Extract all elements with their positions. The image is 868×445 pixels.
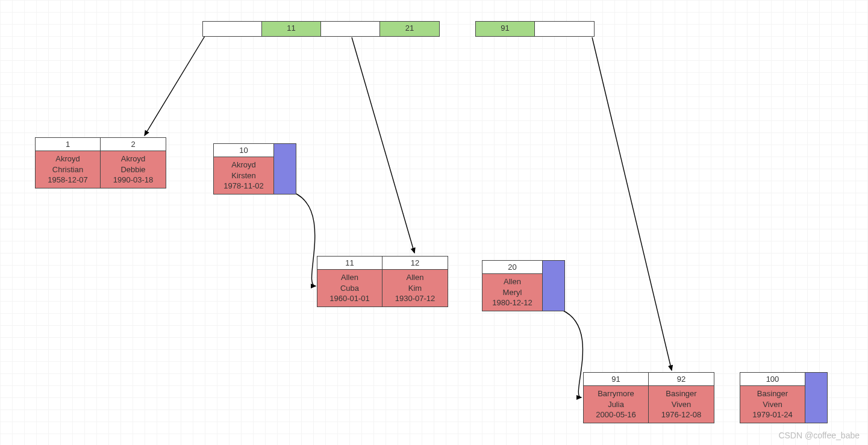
leaf-cell-id: 100 — [740, 373, 805, 386]
leaf-cell-id: 91 — [584, 373, 648, 386]
leaf-cell-body: Barrymore Julia 2000-05-16 — [584, 386, 648, 423]
index-cell-key: 91 — [476, 22, 534, 36]
leaf-node-4: 20 Allen Meryl 1980-12-12 — [482, 260, 565, 311]
leaf-cell-id: 92 — [649, 373, 714, 386]
leaf-cell-id: 1 — [36, 138, 100, 151]
leaf-next-pointer — [274, 144, 296, 194]
leaf-cell-body: Akroyd Christian 1958-12-07 — [36, 151, 100, 188]
grid-background — [0, 0, 868, 445]
leaf-node-2: 10 Akroyd Kirsten 1978-11-02 — [213, 143, 296, 194]
leaf-cell-body: Basinger Viven 1976-12-08 — [649, 386, 714, 423]
index-cell-ptr — [321, 22, 379, 36]
leaf-cell-body: Allen Meryl 1980-12-12 — [482, 274, 542, 311]
leaf-node-6: 100 Basinger Viven 1979-01-24 — [740, 372, 828, 423]
leaf-node-1: 1 Akroyd Christian 1958-12-07 2 Akroyd D… — [35, 137, 166, 188]
leaf-cell-id: 12 — [382, 257, 448, 270]
leaf-cell-id: 10 — [214, 144, 273, 157]
leaf-cell-id: 20 — [482, 261, 542, 274]
leaf-node-3: 11 Allen Cuba 1960-01-01 12 Allen Kim 19… — [317, 256, 448, 307]
index-node-1: 11 21 — [202, 21, 440, 37]
leaf-cell-id: 2 — [101, 138, 166, 151]
leaf-cell-body: Allen Kim 1930-07-12 — [382, 270, 448, 307]
watermark: CSDN @coffee_babe — [778, 431, 860, 440]
index-node-2: 91 — [475, 21, 595, 37]
leaf-next-pointer — [543, 261, 564, 311]
index-cell-key: 11 — [262, 22, 320, 36]
leaf-cell-body: Akroyd Kirsten 1978-11-02 — [214, 157, 273, 194]
leaf-cell-id: 11 — [317, 257, 382, 270]
leaf-next-pointer — [805, 373, 827, 423]
leaf-node-5: 91 Barrymore Julia 2000-05-16 92 Basinge… — [583, 372, 714, 423]
leaf-cell-body: Allen Cuba 1960-01-01 — [317, 270, 382, 307]
leaf-cell-body: Akroyd Debbie 1990-03-18 — [101, 151, 166, 188]
leaf-cell-body: Basinger Viven 1979-01-24 — [740, 386, 805, 423]
index-cell-ptr — [535, 22, 594, 36]
index-cell-ptr — [203, 22, 261, 36]
index-cell-key: 21 — [380, 22, 439, 36]
